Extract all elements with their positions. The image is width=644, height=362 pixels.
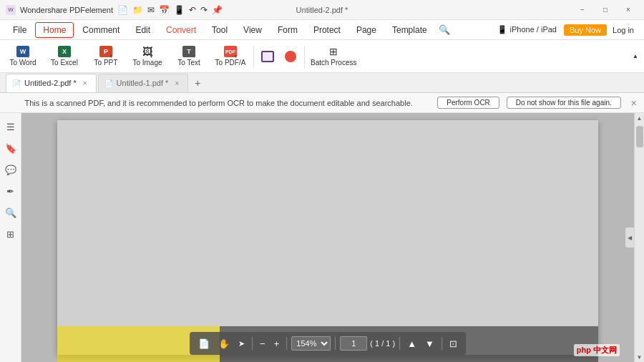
email-icon: ✉: [147, 5, 155, 15]
fit-page-button[interactable]: ⊡: [447, 337, 460, 351]
close-button[interactable]: ×: [618, 4, 638, 16]
main-area: ☰ 🔖 💬 ✒ 🔍 ⊞ ▶ 📄 ✋ ➤ − + 154% 100% 75% 50…: [0, 113, 644, 362]
page-icon-button[interactable]: 📄: [195, 337, 213, 351]
toolbar-sep-3: [335, 337, 336, 350]
bottom-toolbar: 📄 ✋ ➤ − + 154% 100% 75% 50% ( 1 / 1 ) ▲ …: [190, 332, 466, 355]
sidebar-search-icon[interactable]: 🔍: [3, 205, 19, 220]
to-ppt-button[interactable]: P ▼ To PPT: [86, 42, 126, 71]
image-dropdown-icon: ▼: [149, 54, 154, 59]
tabbar: 📄 Untitled-2.pdf * × 📄 Untitled-1.pdf * …: [0, 73, 644, 93]
scroll-thumb[interactable]: [636, 126, 643, 147]
toolbar-sep-4: [399, 337, 400, 350]
ppt-dropdown-icon: ▼: [109, 54, 114, 59]
titlebar: W Wondershare PDFelement 📄 📁 ✉ 📅 📱 ↶ ↷ 📌…: [0, 0, 644, 20]
sidebar-thumbnail-icon[interactable]: ☰: [3, 119, 19, 134]
to-image-button[interactable]: 🖼 ▼ To Image: [127, 42, 167, 71]
menu-edit[interactable]: Edit: [128, 23, 157, 37]
ocr-notification-bar: This is a scanned PDF, and it is recomme…: [0, 93, 644, 113]
menu-file[interactable]: File: [6, 23, 34, 37]
iphone-ipad-link[interactable]: 📱 iPhone / iPad: [497, 25, 557, 34]
toolbar-sep-2: [286, 337, 287, 350]
new-tab-button[interactable]: +: [190, 75, 205, 91]
to-word-button[interactable]: W ▼ To Word: [3, 42, 43, 71]
zoom-in-button[interactable]: +: [271, 337, 283, 351]
to-pdfa-button[interactable]: PDF ▼ To PDF/A: [210, 42, 250, 71]
menu-tool[interactable]: Tool: [205, 23, 235, 37]
app-icon: W: [6, 5, 16, 15]
collapse-icon: ▲: [633, 53, 638, 59]
to-excel-label: To Excel: [51, 59, 78, 67]
undo-icon[interactable]: ↶: [189, 5, 196, 15]
restore-button[interactable]: □: [595, 4, 615, 16]
sidebar-comment-icon[interactable]: 💬: [3, 162, 19, 177]
page-down-button[interactable]: ▼: [422, 337, 437, 351]
to-pdfa-label: To PDF/A: [215, 59, 246, 67]
tab-close-1[interactable]: ×: [83, 79, 87, 87]
tab-untitled1[interactable]: 📄 Untitled-1.pdf * ×: [98, 74, 189, 92]
toolbar-divider-1: [253, 46, 254, 67]
toolbar: W ▼ To Word X ▼ To Excel P ▼ To PPT 🖼 ▼ …: [0, 40, 644, 73]
sidebar-edit-icon[interactable]: ✒: [3, 183, 19, 199]
tab-label-1: Untitled-2.pdf *: [24, 79, 77, 87]
minimize-button[interactable]: −: [572, 4, 592, 16]
menu-home[interactable]: Home: [35, 22, 74, 38]
titlebar-left: W Wondershare PDFelement 📄 📁 ✉ 📅 📱 ↶ ↷ 📌: [6, 5, 223, 15]
to-text-icon-wrapper: T ▼: [182, 46, 195, 57]
right-scrollbar[interactable]: ▲ ▼: [634, 113, 644, 362]
menu-view[interactable]: View: [236, 23, 269, 37]
app-name: Wondershare PDFelement: [20, 6, 113, 14]
menu-protect[interactable]: Protect: [306, 23, 348, 37]
dismiss-ocr-button[interactable]: Do not show for this file again.: [507, 97, 621, 109]
menu-comment[interactable]: Comment: [75, 23, 127, 37]
perform-ocr-button[interactable]: Perform OCR: [437, 97, 499, 109]
redo-icon[interactable]: ↷: [200, 5, 208, 15]
login-button[interactable]: Log in: [608, 24, 638, 36]
batch-process-button[interactable]: ⊞ Batch Process: [308, 42, 359, 71]
pin-icon[interactable]: 📌: [212, 5, 223, 15]
to-text-button[interactable]: T ▼ To Text: [169, 42, 209, 71]
file-icon: 📄: [117, 5, 128, 15]
menu-convert[interactable]: Convert: [159, 23, 203, 37]
toolbar-sep-5: [441, 337, 442, 350]
toolbar-collapse-button[interactable]: ▲: [630, 42, 641, 71]
tab-close-2[interactable]: ×: [175, 79, 179, 87]
to-excel-button[interactable]: X ▼ To Excel: [44, 42, 84, 71]
menu-template[interactable]: Template: [385, 23, 434, 37]
page-up-button[interactable]: ▲: [404, 337, 419, 351]
titlebar-right: − □ ×: [572, 4, 638, 16]
convert-circle-button[interactable]: [280, 42, 301, 71]
zoom-level-select[interactable]: 154% 100% 75% 50%: [291, 336, 331, 351]
sidebar-layers-icon[interactable]: ⊞: [3, 226, 19, 242]
zoom-out-button[interactable]: −: [257, 337, 268, 351]
text-dropdown-icon: ▼: [192, 54, 197, 59]
to-excel-icon-wrapper: X ▼: [58, 46, 71, 57]
page-number-input[interactable]: [340, 336, 367, 351]
pdfa-dropdown-icon: ▼: [233, 54, 238, 59]
menu-form[interactable]: Form: [270, 23, 305, 37]
menu-page[interactable]: Page: [349, 23, 384, 37]
ocr-close-button[interactable]: ×: [631, 97, 637, 109]
right-panel-collapse-button[interactable]: ◀: [625, 228, 634, 248]
tab-icon-2: 📄: [104, 79, 113, 87]
search-icon[interactable]: 🔍: [439, 24, 450, 35]
to-word-label: To Word: [9, 59, 36, 67]
phone-icon: 📱: [174, 5, 185, 15]
buy-now-button[interactable]: Buy Now: [564, 24, 607, 36]
select-tool-button[interactable]: ➤: [235, 338, 248, 350]
toolbar-sep-1: [252, 337, 253, 350]
tab-label-2: Untitled-1.pdf *: [117, 79, 169, 87]
hand-tool-button[interactable]: ✋: [215, 337, 233, 351]
tab-icon-1: 📄: [12, 79, 21, 87]
sidebar-bookmark-icon[interactable]: 🔖: [3, 140, 19, 156]
menubar: File Home Comment Edit Convert Tool View…: [0, 20, 644, 40]
ocr-message: This is a scanned PDF, and it is recomme…: [7, 99, 430, 107]
to-ppt-icon-wrapper: P ▼: [99, 46, 112, 57]
create-button[interactable]: [257, 42, 278, 71]
scroll-down-arrow[interactable]: ▼: [635, 352, 645, 362]
convert-circle-icon: [285, 51, 296, 62]
document-canvas[interactable]: 📄 ✋ ➤ − + 154% 100% 75% 50% ( 1 / 1 ) ▲ …: [21, 113, 634, 362]
folder-icon: 📁: [132, 5, 143, 15]
scroll-up-arrow[interactable]: ▲: [635, 113, 645, 123]
tab-untitled2[interactable]: 📄 Untitled-2.pdf * ×: [6, 74, 97, 92]
left-sidebar: ☰ 🔖 💬 ✒ 🔍 ⊞: [0, 113, 21, 362]
